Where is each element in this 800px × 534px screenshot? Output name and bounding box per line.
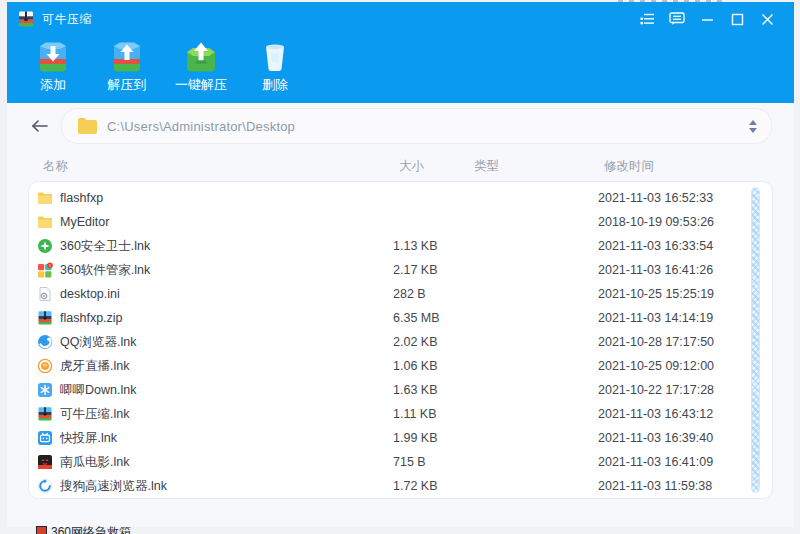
add-archive-icon (35, 40, 71, 74)
header-type[interactable]: 类型 (474, 158, 604, 175)
file-name-cell: QQ浏览器.lnk (29, 334, 393, 351)
file-name: 360软件管家.lnk (60, 262, 150, 279)
file-name-cell: 快投屏.lnk (29, 430, 393, 447)
file-name: flashfxp.zip (60, 311, 123, 325)
back-arrow-icon[interactable] (27, 113, 53, 139)
desktop-partial-text: 360网络急救箱 (51, 526, 131, 534)
minimize-icon[interactable] (692, 7, 722, 31)
one-click-extract-button[interactable]: 一键解压 (171, 38, 231, 96)
file-name: 快投屏.lnk (60, 430, 117, 447)
extract-to-icon (109, 40, 145, 74)
file-row[interactable]: 虎牙直播.lnk1.06 KB2021-10-25 09:12:00 (29, 354, 772, 378)
file-modified: 2021-11-03 16:52:33 (598, 191, 772, 205)
file-modified: 2021-11-03 16:41:09 (598, 455, 772, 469)
file-type-icon-huya (37, 358, 53, 374)
file-row[interactable]: 1360软件管家.lnk2.17 KB2021-11-03 16:41:26 (29, 258, 772, 282)
file-type-icon-jiji (37, 382, 53, 398)
delete-button[interactable]: 删除 (245, 38, 305, 96)
file-name: 360安全卫士.lnk (60, 238, 150, 255)
file-modified: 2021-10-25 09:12:00 (598, 359, 772, 373)
sort-arrows-icon[interactable] (749, 120, 757, 133)
file-name-cell: 虎牙直播.lnk (29, 358, 393, 375)
file-modified: 2021-11-03 16:33:54 (598, 239, 772, 253)
file-name: 虎牙直播.lnk (60, 358, 129, 375)
file-size: 1.63 KB (393, 383, 468, 397)
file-name-cell: 1360软件管家.lnk (29, 262, 393, 279)
file-modified: 2021-11-03 16:43:12 (598, 407, 772, 421)
file-row[interactable]: flashfxp.zip6.35 MB2021-11-03 14:14:19 (29, 306, 772, 330)
file-type-icon-sogou (37, 478, 53, 494)
file-type-icon-archive (37, 406, 53, 422)
file-type-icon-folder (37, 214, 53, 230)
file-type-icon-shield360 (37, 238, 53, 254)
toolbar-label: 一键解压 (175, 76, 227, 94)
add-button[interactable]: 添加 (23, 38, 83, 96)
file-row[interactable]: 搜狗高速浏览器.lnk1.72 KB2021-11-03 11:59:38 (29, 474, 772, 498)
file-name-cell: 南瓜电影.lnk (29, 454, 393, 471)
file-name: 南瓜电影.lnk (60, 454, 129, 471)
file-size: 2.02 KB (393, 335, 468, 349)
window-title: 可牛压缩 (42, 11, 92, 28)
file-name-cell: 可牛压缩.lnk (29, 406, 393, 423)
file-modified: 2021-11-03 16:39:40 (598, 431, 772, 445)
feedback-icon[interactable] (662, 7, 692, 31)
file-row[interactable]: 快投屏.lnk1.99 KB2021-11-03 16:39:40 (29, 426, 772, 450)
file-modified: 2021-10-28 17:17:50 (598, 335, 772, 349)
file-modified: 2021-10-22 17:17:28 (598, 383, 772, 397)
file-row[interactable]: MyEditor2018-10-19 09:53:26 (29, 210, 772, 234)
file-row[interactable]: 南瓜电影.lnk715 B2021-11-03 16:41:09 (29, 450, 772, 474)
extract-to-button[interactable]: 解压到 (97, 38, 157, 96)
current-path: C:\Users\Administrator\Desktop (107, 119, 295, 134)
file-row[interactable]: 可牛压缩.lnk1.11 KB2021-11-03 16:43:12 (29, 402, 772, 426)
path-field[interactable]: C:\Users\Administrator\Desktop (61, 108, 772, 144)
address-bar: C:\Users\Administrator\Desktop (7, 103, 794, 149)
header-modified[interactable]: 修改时间 (604, 158, 773, 175)
close-icon[interactable] (752, 7, 782, 31)
file-modified: 2018-10-19 09:53:26 (598, 215, 772, 229)
desktop-partial-row: 360网络急救箱 (36, 526, 131, 534)
file-name: MyEditor (60, 215, 109, 229)
file-row[interactable]: flashfxp2021-11-03 16:52:33 (29, 186, 772, 210)
file-row[interactable]: desktop.ini282 B2021-10-25 15:25:19 (29, 282, 772, 306)
file-type-icon-pumpkin (37, 454, 53, 470)
file-name-cell: flashfxp (29, 190, 393, 206)
file-name: flashfxp (60, 191, 103, 205)
file-row[interactable]: 360安全卫士.lnk1.13 KB2021-11-03 16:33:54 (29, 234, 772, 258)
window-chrome: 可牛压缩 (7, 2, 794, 103)
file-name-cell: 唧唧Down.lnk (29, 382, 393, 399)
file-size: 2.17 KB (393, 263, 468, 277)
file-modified: 2021-10-25 15:25:19 (598, 287, 772, 301)
file-name: QQ浏览器.lnk (60, 334, 136, 351)
file-name-cell: 360安全卫士.lnk (29, 238, 393, 255)
toolbar-label: 解压到 (108, 76, 147, 94)
file-row[interactable]: 唧唧Down.lnk1.63 KB2021-10-22 17:17:28 (29, 378, 772, 402)
titlebar[interactable]: 可牛压缩 (7, 2, 794, 34)
file-name: 搜狗高速浏览器.lnk (60, 478, 167, 495)
file-size: 282 B (393, 287, 468, 301)
file-size: 1.72 KB (393, 479, 468, 493)
table-header: 名称 大小 类型 修改时间 (28, 153, 773, 179)
file-size: 1.13 KB (393, 239, 468, 253)
vertical-scrollbar[interactable] (751, 187, 760, 493)
file-modified: 2021-11-03 14:14:19 (598, 311, 772, 325)
file-type-icon-folder (37, 190, 53, 206)
toolbar-label: 添加 (40, 76, 66, 94)
file-list: flashfxp2021-11-03 16:52:33MyEditor2018-… (28, 181, 773, 499)
file-row[interactable]: QQ浏览器.lnk2.02 KB2021-10-28 17:17:50 (29, 330, 772, 354)
app-window: 可牛压缩 (7, 2, 794, 527)
header-size[interactable]: 大小 (399, 158, 474, 175)
file-type-icon-squares360: 1 (37, 262, 53, 278)
file-size: 715 B (393, 455, 468, 469)
file-name-cell: desktop.ini (29, 286, 393, 302)
list-view-icon[interactable] (632, 7, 662, 31)
file-size: 6.35 MB (393, 311, 468, 325)
file-modified: 2021-11-03 11:59:38 (598, 479, 772, 493)
file-size: 1.99 KB (393, 431, 468, 445)
delete-icon (257, 40, 293, 74)
maximize-icon[interactable] (722, 7, 752, 31)
header-name[interactable]: 名称 (28, 158, 399, 175)
file-name: 唧唧Down.lnk (60, 382, 136, 399)
toolbar: 添加 解压到 (7, 34, 794, 96)
app-logo-icon (17, 10, 35, 28)
one-click-extract-icon (183, 40, 219, 74)
